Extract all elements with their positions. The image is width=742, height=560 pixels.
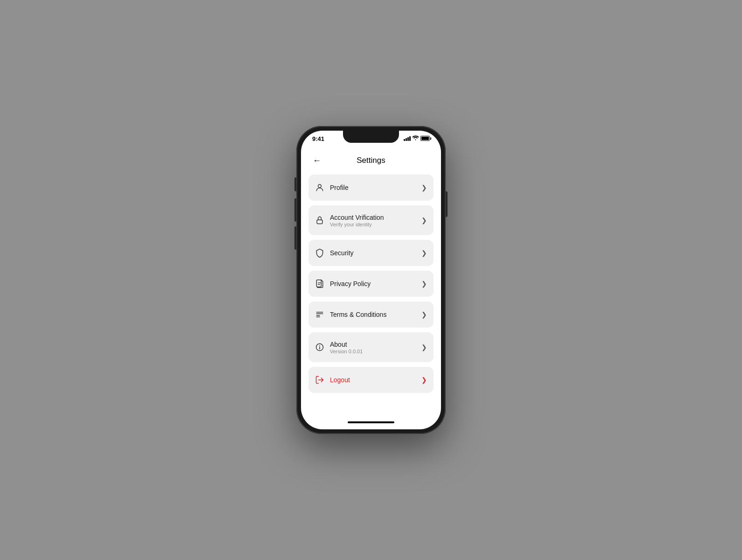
shield-icon (315, 248, 324, 258)
about-version: Version 0.0.01 (330, 349, 363, 354)
back-button[interactable]: ← (310, 154, 323, 167)
profile-label: Profile (330, 184, 349, 191)
menu-item-text: Logout (330, 376, 350, 384)
home-bar (348, 421, 394, 423)
chevron-right-icon: ❯ (421, 249, 427, 257)
wifi-icon (413, 135, 419, 141)
terms-conditions-label: Terms & Conditions (330, 311, 386, 318)
chevron-right-icon: ❯ (421, 280, 427, 287)
menu-item-left: Privacy Policy (315, 279, 371, 288)
page-header: ← Settings (301, 151, 441, 173)
logout-icon (315, 375, 324, 385)
menu-item-logout[interactable]: Logout ❯ (308, 367, 434, 393)
menu-item-left: Logout (315, 375, 350, 385)
notch (343, 131, 399, 143)
chevron-right-icon: ❯ (421, 184, 427, 191)
menu-item-text: Privacy Policy (330, 280, 371, 287)
account-verification-label: Account Vrification (330, 214, 384, 221)
chevron-right-icon: ❯ (421, 376, 427, 384)
volume-up-button (294, 198, 296, 222)
menu-item-text: Account Vrification Verify your identity (330, 214, 384, 227)
list-icon (315, 310, 324, 319)
menu-item-profile[interactable]: Profile ❯ (308, 175, 434, 201)
menu-item-text: Profile (330, 184, 349, 191)
menu-item-left: Profile (315, 183, 349, 192)
power-button (446, 191, 448, 217)
menu-item-left: Account Vrification Verify your identity (315, 214, 384, 227)
person-icon (315, 183, 324, 192)
page-title: Settings (357, 156, 385, 165)
volume-down-button (294, 226, 296, 250)
menu-item-text: Security (330, 249, 354, 257)
document-icon (315, 279, 324, 288)
menu-item-security[interactable]: Security ❯ (308, 240, 434, 266)
svg-rect-2 (316, 280, 321, 287)
lock-icon (315, 216, 324, 225)
menu-item-about[interactable]: About Version 0.0.01 ❯ (308, 332, 434, 362)
chevron-right-icon: ❯ (421, 311, 427, 318)
status-icons (404, 135, 430, 141)
logout-label: Logout (330, 376, 350, 384)
settings-menu: Profile ❯ Account Vrification (301, 173, 441, 415)
menu-item-terms-conditions[interactable]: Terms & Conditions ❯ (308, 301, 434, 328)
menu-item-left: About Version 0.0.01 (315, 341, 363, 354)
menu-item-text: About Version 0.0.01 (330, 341, 363, 354)
back-arrow-icon: ← (313, 156, 321, 165)
account-verification-sublabel: Verify your identity (330, 222, 384, 227)
about-label: About (330, 341, 363, 348)
menu-item-left: Security (315, 248, 354, 258)
info-icon (315, 343, 324, 352)
menu-item-privacy-policy[interactable]: Privacy Policy ❯ (308, 271, 434, 297)
svg-point-0 (318, 184, 322, 188)
privacy-policy-label: Privacy Policy (330, 280, 371, 287)
battery-icon (420, 136, 430, 141)
menu-item-left: Terms & Conditions (315, 310, 386, 319)
mute-button (294, 177, 296, 191)
phone-frame: 9:41 ← (296, 126, 446, 434)
security-label: Security (330, 249, 354, 257)
svg-rect-1 (317, 220, 322, 224)
chevron-right-icon: ❯ (421, 343, 427, 351)
signal-icon (404, 136, 411, 141)
phone-screen: 9:41 ← (301, 131, 441, 429)
status-time: 9:41 (312, 135, 324, 142)
chevron-right-icon: ❯ (421, 217, 427, 224)
menu-item-text: Terms & Conditions (330, 311, 386, 318)
menu-item-account-verification[interactable]: Account Vrification Verify your identity… (308, 205, 434, 235)
home-indicator (301, 415, 441, 429)
